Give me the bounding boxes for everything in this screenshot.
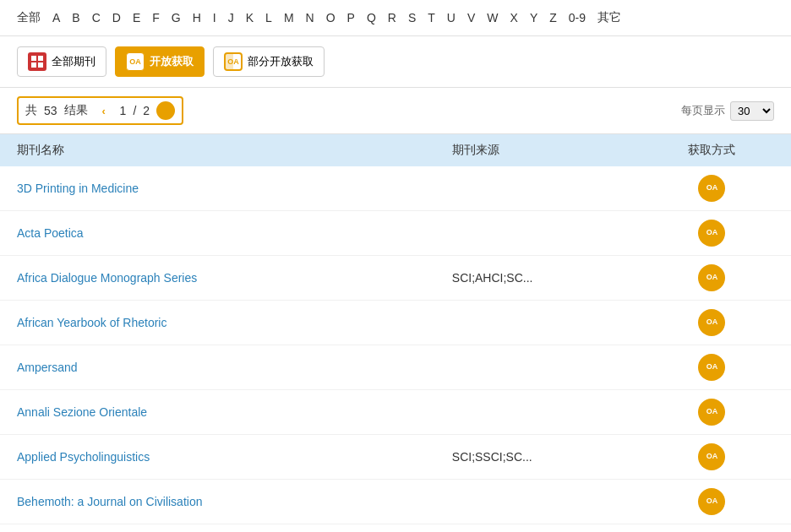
oa-badge: OA [698,443,725,470]
alpha-nav-item-M[interactable]: M [284,11,294,24]
result-prefix: 共 [25,103,37,118]
all-icon [28,52,46,71]
all-journals-button[interactable]: 全部期刊 [17,46,106,77]
alpha-nav-item-O[interactable]: O [326,11,335,24]
col-name-header: 期刊名称 [0,134,435,166]
journal-table: 期刊名称 期刊来源 获取方式 3D Printing in MedicineOA… [0,134,791,532]
alpha-nav-item-S[interactable]: S [408,11,416,24]
per-page-select[interactable]: 30 50 100 [730,101,774,121]
alpha-nav-item-T[interactable]: T [428,11,435,24]
table-header-row: 期刊名称 期刊来源 获取方式 [0,134,791,166]
oa-badge: OA [698,264,725,291]
per-page-label: 每页显示 [681,103,725,118]
oa-button[interactable]: OA 开放获取 [115,46,205,77]
partial-oa-label: 部分开放获取 [248,54,314,69]
filter-bar: 全部期刊 OA 开放获取 OA 部分开放获取 [0,36,791,88]
journal-access: OA [633,211,791,256]
journal-access: OA [633,480,791,524]
journal-source [435,211,633,256]
page-separator: / [133,104,136,117]
alpha-nav-item-D[interactable]: D [112,11,121,24]
per-page-control: 每页显示 30 50 100 [681,101,774,121]
journal-name[interactable]: African Yearbook of Rhetoric [0,301,435,345]
alpha-nav-item-I[interactable]: I [213,11,216,24]
alpha-nav-item-G[interactable]: G [172,11,181,24]
journal-source: SCI;AHCI;SC... [435,256,633,301]
journal-access: OA [633,435,791,480]
alpha-nav-item-C[interactable]: C [92,11,101,24]
table-row: AmpersandOA [0,345,791,390]
alpha-nav-item-全部[interactable]: 全部 [17,10,41,25]
current-page: 1 [120,104,127,117]
oa-icon: OA [126,52,145,71]
next-page-button[interactable]: › [156,101,175,120]
journal-access: OA [633,301,791,345]
svg-rect-2 [31,62,36,68]
journal-source [435,301,633,345]
alpha-nav-item-U[interactable]: U [447,11,456,24]
table-row: Bilingualism: Language and CognitionSCI;… [0,524,791,533]
journal-name[interactable]: Bilingualism: Language and Cognition [0,524,435,533]
alpha-nav-item-X[interactable]: X [510,11,518,24]
alpha-nav-item-A[interactable]: A [52,11,60,24]
journal-name[interactable]: Behemoth: a Journal on Civilisation [0,480,435,524]
partial-oa-button[interactable]: OA 部分开放获取 [213,46,325,77]
alpha-nav-item-R[interactable]: R [388,11,396,24]
alpha-nav-item-E[interactable]: E [133,11,140,24]
alpha-nav-item-H[interactable]: H [193,11,201,24]
journal-name[interactable]: 3D Printing in Medicine [0,166,435,211]
col-source-header: 期刊来源 [435,134,633,166]
journal-access: OA [633,524,791,533]
oa-badge: OA [698,220,725,247]
alpha-nav-item-0-9[interactable]: 0-9 [569,11,586,24]
journal-source: SCI;SSCI;SC... [435,435,633,480]
journal-name[interactable]: Africa Dialogue Monograph Series [0,256,435,301]
svg-rect-1 [38,56,43,61]
alpha-nav-item-B[interactable]: B [72,11,79,24]
table-row: Behemoth: a Journal on CivilisationOA [0,480,791,524]
alpha-nav-item-L[interactable]: L [265,11,272,24]
alpha-nav-item-F[interactable]: F [152,11,160,24]
journal-source [435,390,633,435]
total-pages: 2 [143,104,150,117]
journal-access: OA [633,256,791,301]
journal-name[interactable]: Acta Poetica [0,211,435,256]
alpha-nav-item-J[interactable]: J [228,11,234,24]
result-count: 53 [44,104,57,117]
oa-badge: OA [698,399,725,426]
journal-name[interactable]: Annali Sezione Orientale [0,390,435,435]
journal-access: OA [633,390,791,435]
table-row: Acta PoeticaOA [0,211,791,256]
alpha-nav-item-W[interactable]: W [487,11,498,24]
table-row: Africa Dialogue Monograph SeriesSCI;AHCI… [0,256,791,301]
alpha-nav-item-Q[interactable]: Q [367,11,376,24]
svg-rect-3 [38,62,43,68]
journal-source: SCI;SSCI;SC... [435,524,633,533]
journal-source [435,480,633,524]
alpha-nav-item-Z[interactable]: Z [549,11,557,24]
alpha-nav-item-其它[interactable]: 其它 [597,10,621,25]
pagination-row: 共 53 结果 ‹ 1 / 2 › 每页显示 30 50 100 [0,88,791,134]
table-row: Applied PsycholinguisticsSCI;SSCI;SC...O… [0,435,791,480]
journal-source [435,345,633,390]
col-access-header: 获取方式 [633,134,791,166]
alpha-nav-item-N[interactable]: N [306,11,314,24]
oa-badge: OA [698,309,725,336]
alpha-nav-item-P[interactable]: P [347,11,355,24]
journal-name[interactable]: Ampersand [0,345,435,390]
result-suffix: 结果 [64,103,88,118]
partial-oa-icon: OA [224,52,243,71]
journal-access: OA [633,345,791,390]
journal-source [435,166,633,211]
journal-name[interactable]: Applied Psycholinguistics [0,435,435,480]
oa-label: 开放获取 [150,54,194,69]
alpha-nav-item-Y[interactable]: Y [530,11,537,24]
table-row: African Yearbook of RhetoricOA [0,301,791,345]
alpha-nav-item-V[interactable]: V [467,11,475,24]
all-journals-label: 全部期刊 [52,54,95,69]
table-row: 3D Printing in MedicineOA [0,166,791,211]
prev-page-button[interactable]: ‹ [95,101,113,120]
pagination-box: 共 53 结果 ‹ 1 / 2 › [17,96,183,125]
alpha-nav-item-K[interactable]: K [246,11,254,24]
oa-badge: OA [698,488,725,515]
